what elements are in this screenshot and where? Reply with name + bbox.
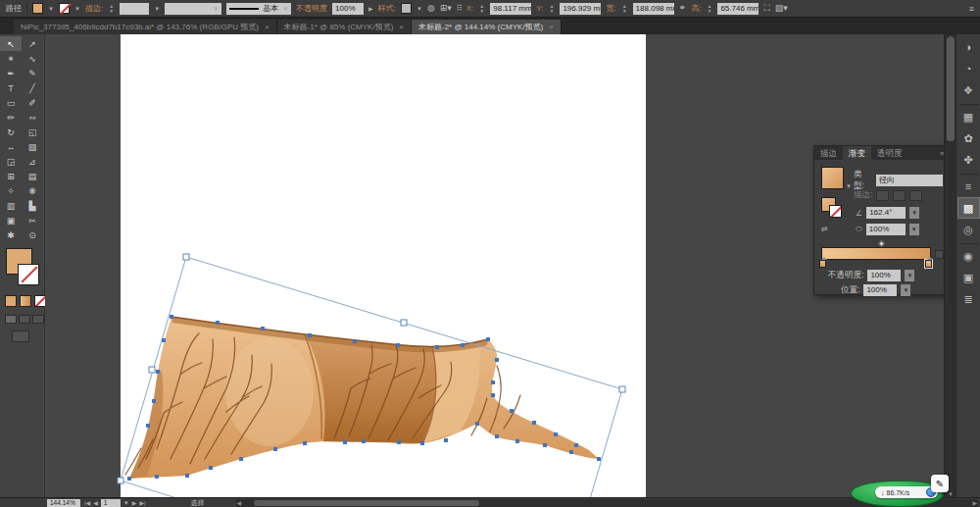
tab-close-icon[interactable]: × <box>399 23 404 31</box>
gradient-slider[interactable] <box>821 247 931 260</box>
reverse-gradient-icon[interactable]: ⇄ <box>821 225 828 233</box>
vertical-scrollbar[interactable]: ▲ ▼ <box>944 34 956 497</box>
stroke-width-field[interactable] <box>120 3 149 15</box>
shaper-tool[interactable]: ∾ <box>22 110 43 125</box>
perspective-grid-tool[interactable]: ⊿ <box>22 154 43 169</box>
pencil-tool[interactable]: ✏ <box>0 110 22 125</box>
stroke-color-swatch[interactable] <box>59 3 70 14</box>
tab-stroke[interactable]: 描边 <box>814 146 843 160</box>
document-setup-icon[interactable]: ◍ <box>427 4 435 13</box>
draw-inside-mode-button[interactable] <box>32 315 44 324</box>
color-guide-panel-icon[interactable]: ◔ <box>958 59 979 78</box>
hand-tool[interactable]: ✱ <box>0 228 22 242</box>
stroke-panel-icon[interactable]: ≡ <box>958 177 979 196</box>
first-artboard-icon[interactable]: |◀ <box>84 499 90 506</box>
document-tab-3-active[interactable]: 未标题-2* @ 144.14% (CMYK/预览) × <box>412 20 562 34</box>
layers-panel-icon[interactable]: ≣ <box>958 289 979 309</box>
opacity-link[interactable]: 不透明度 <box>296 3 327 14</box>
stop-opacity-field[interactable]: 100% <box>867 270 901 281</box>
delete-stop-icon[interactable] <box>935 250 944 259</box>
gradient-midpoint-marker[interactable] <box>878 240 885 247</box>
x-stepper[interactable]: ▲▼ <box>478 4 485 14</box>
column-graph-tool[interactable]: ▙ <box>22 198 43 213</box>
line-segment-tool[interactable]: ╱ <box>22 80 43 95</box>
gradient-stop-start[interactable] <box>819 260 826 268</box>
brushes-panel-icon[interactable]: ✿ <box>958 128 979 148</box>
color-panel-icon[interactable]: ◑ <box>958 37 979 57</box>
type-tool[interactable]: T <box>0 80 22 95</box>
opacity-dropdown-icon[interactable]: ▶ <box>368 5 373 12</box>
symbols-panel-icon[interactable]: ✤ <box>958 150 979 170</box>
scale-tool[interactable]: ◱ <box>22 125 43 139</box>
tab-gradient[interactable]: 渐变 <box>843 146 871 160</box>
control-panel-menu-icon[interactable]: ≡ <box>969 4 974 14</box>
artboard-dropdown-icon[interactable]: ▼ <box>123 500 129 506</box>
pen-tool[interactable]: ✒ <box>0 66 22 80</box>
height-stepper[interactable]: ▲▼ <box>706 4 712 14</box>
scroll-left-icon[interactable]: ◀ <box>237 499 242 507</box>
selection-tool[interactable]: ↖ <box>0 36 22 51</box>
transform-icon[interactable]: ⛶ <box>763 4 769 13</box>
type-dropdown[interactable]: 径向 <box>876 175 943 186</box>
curvature-tool[interactable]: ✎ <box>22 66 43 80</box>
brush-definition-dropdown[interactable]: 基本 ▼ <box>226 3 291 15</box>
stroke-link[interactable]: 描边: <box>85 3 103 14</box>
document-tab-1[interactable]: NiPic_377395_406b9cdd7b17c93b.ai* @ 143.… <box>14 20 277 34</box>
constrain-proportions-icon[interactable]: ⚭ <box>679 4 687 13</box>
slice-tool[interactable]: ✂ <box>22 213 43 228</box>
y-field[interactable]: 196.929 mm <box>560 3 601 15</box>
swatches-panel-icon[interactable]: ▦ <box>958 107 979 127</box>
last-artboard-icon[interactable]: ▶| <box>139 499 145 506</box>
tab-close-icon[interactable]: × <box>265 23 270 31</box>
draw-normal-mode-button[interactable] <box>5 315 17 324</box>
libraries-panel-icon[interactable]: ❖ <box>958 80 979 100</box>
canvas[interactable] <box>45 34 944 497</box>
gradient-thumbnail[interactable] <box>821 167 844 189</box>
stop-opacity-dropdown-icon[interactable]: ▼ <box>905 270 914 281</box>
width-profile-dropdown[interactable]: ▼ <box>165 3 221 15</box>
transparency-panel-icon[interactable]: ◎ <box>958 220 979 239</box>
reference-point-icon[interactable]: ⠿ <box>457 4 462 13</box>
mesh-tool[interactable]: ⊞ <box>0 169 22 183</box>
screen-mode-button[interactable] <box>12 330 29 342</box>
location-field[interactable]: 100% <box>863 284 897 296</box>
previous-artboard-icon[interactable]: ◀ <box>93 499 98 506</box>
appearance-panel-icon[interactable]: ◉ <box>958 246 979 266</box>
aspect-ratio-field[interactable]: 100% <box>866 224 906 235</box>
free-transform-tool[interactable]: ▧ <box>22 139 43 154</box>
horizontal-scroll-thumb[interactable] <box>254 500 479 506</box>
artboard-number-field[interactable]: 1 <box>101 499 121 507</box>
symbol-sprayer-tool[interactable]: ▥ <box>0 198 22 213</box>
collapse-panel-icon[interactable]: » <box>940 149 944 158</box>
y-stepper[interactable]: ▲▼ <box>548 4 555 14</box>
fill-dropdown-icon[interactable]: ▼ <box>48 6 54 12</box>
zoom-level-field[interactable]: 144.14% <box>47 499 80 507</box>
tab-close-icon[interactable]: × <box>549 23 554 31</box>
magic-wand-tool[interactable]: ✶ <box>0 51 22 66</box>
tab-transparency[interactable]: 透明度 <box>871 146 908 160</box>
width-stepper[interactable]: ▲▼ <box>621 4 628 14</box>
stroke-along-button[interactable] <box>893 190 906 201</box>
gradient-thumbnail-dropdown-icon[interactable]: ▼ <box>846 183 852 189</box>
gradient-panel-icon[interactable]: ▩ <box>958 198 979 218</box>
lasso-tool[interactable]: ∿ <box>22 51 43 66</box>
rectangle-tool[interactable]: ▭ <box>0 95 22 110</box>
stroke-width-dropdown-icon[interactable]: ▼ <box>154 6 160 12</box>
style-dropdown-icon[interactable]: ▼ <box>416 6 422 12</box>
stroke-dropdown-icon[interactable]: ▼ <box>74 6 80 12</box>
stroke-across-button[interactable] <box>909 190 922 201</box>
align-dropdown-icon[interactable]: ⊞▾ <box>440 4 452 13</box>
stroke-within-button[interactable] <box>876 190 889 201</box>
shape-builder-tool[interactable]: ◲ <box>0 154 22 169</box>
draw-behind-mode-button[interactable] <box>19 315 30 324</box>
next-artboard-icon[interactable]: ▶ <box>132 499 137 506</box>
x-field[interactable]: 98.117 mm <box>490 3 531 15</box>
gradient-tool[interactable]: ▤ <box>22 169 43 183</box>
document-tab-2[interactable]: 未标题-1* @ 85% (CMYK/预览) × <box>277 20 412 34</box>
direct-selection-tool[interactable]: ↗ <box>22 36 43 51</box>
artboard-tool[interactable]: ▣ <box>0 213 22 228</box>
gradient-stroke-box[interactable] <box>829 205 842 218</box>
vertical-scroll-thumb[interactable] <box>947 37 955 141</box>
angle-dropdown-icon[interactable]: ▼ <box>909 207 919 219</box>
color-button[interactable] <box>5 295 17 307</box>
